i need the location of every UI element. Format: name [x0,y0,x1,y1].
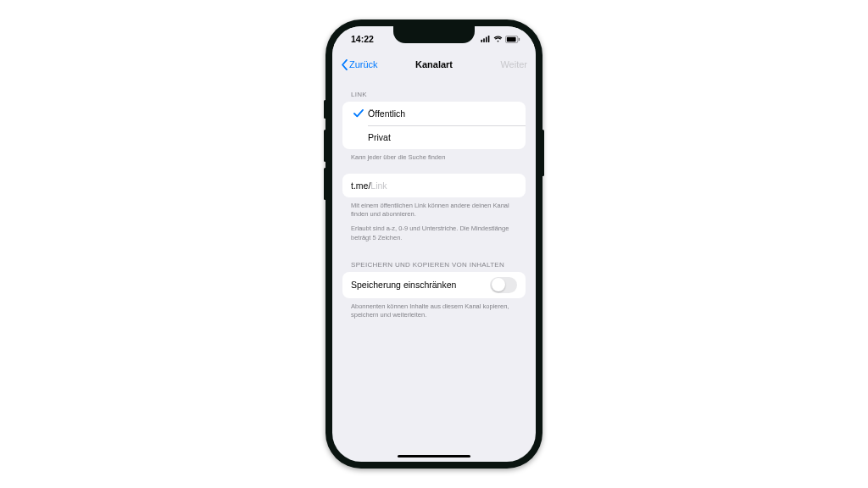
chevron-left-icon [341,59,348,70]
signal-icon [481,36,491,42]
link-footer-1: Mit einem öffentlichen Link können ander… [342,197,526,219]
visibility-footer: Kann jeder über die Suche finden [342,149,526,162]
back-button[interactable]: Zurück [341,59,378,70]
next-button[interactable]: Weiter [500,59,527,69]
save-footer: Abonnenten können Inhalte aus diesem Kan… [342,298,526,319]
link-footer-2: Erlaubt sind a-z, 0-9 und Unterstriche. … [342,219,526,241]
link-prefix: t.me/ [351,180,370,191]
wifi-icon [493,36,503,42]
toggle-knob [492,278,505,291]
restrict-saving-toggle[interactable] [490,277,517,293]
mute-switch [324,100,326,119]
phone-frame: 14:22 Zurück Kanalart Wei [326,19,542,469]
svg-rect-5 [507,36,516,41]
power-button [542,130,544,176]
page-title: Kanalart [415,59,453,69]
link-section-header: LINK [342,77,526,102]
notch [393,26,475,43]
save-card: Speicherung einschränken [342,272,526,298]
svg-rect-1 [483,38,485,42]
screen: 14:22 Zurück Kanalart Wei [332,26,536,462]
option-private[interactable]: Privat [342,125,526,149]
save-section-header: SPEICHERN UND KOPIEREN VON INHALTEN [342,242,526,272]
check-icon [351,109,366,118]
option-public[interactable]: Öffentlich [342,102,526,125]
restrict-saving-row: Speicherung einschränken [342,272,526,298]
volume-down [324,168,326,200]
svg-rect-0 [481,40,482,42]
visibility-card: Öffentlich Privat [342,102,526,149]
svg-rect-6 [519,37,520,41]
svg-rect-3 [488,36,490,42]
home-indicator[interactable] [398,455,470,458]
svg-rect-2 [486,37,487,42]
status-time: 14:22 [351,34,374,44]
link-input-row[interactable]: t.me/ [342,174,526,197]
restrict-saving-label: Speicherung einschränken [351,280,456,290]
nav-bar: Zurück Kanalart Weiter [332,52,536,77]
battery-icon [505,36,520,43]
option-public-label: Öffentlich [366,108,517,119]
volume-up [324,130,326,162]
link-input[interactable] [370,180,517,191]
option-private-label: Privat [366,132,517,142]
back-label: Zurück [349,59,378,69]
